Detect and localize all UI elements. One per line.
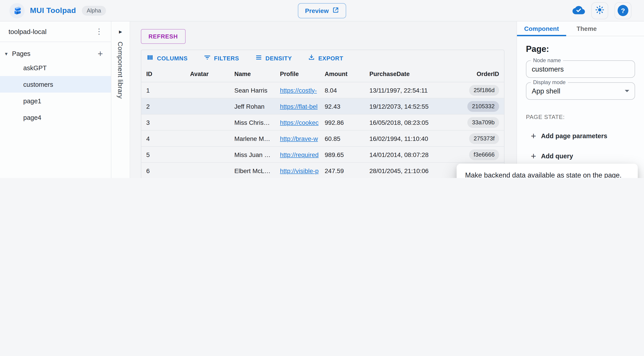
- cell-name: Sean Harris: [230, 86, 275, 94]
- export-icon: [308, 54, 315, 62]
- sidebar-item-askGPT[interactable]: askGPT: [0, 60, 111, 76]
- explorer-sidebar: toolpad-local ⋮ ▼ Pages + askGPTcustomer…: [0, 22, 111, 178]
- cell-name: Miss Juan …: [230, 151, 275, 158]
- add-page-parameters-button[interactable]: + Add page parameters: [526, 132, 607, 140]
- profile-link[interactable]: http://required: [280, 151, 319, 158]
- refresh-button[interactable]: REFRESH: [141, 29, 185, 44]
- table-row[interactable]: 4 Marlene M… http://brave-w 60.85 16/02/…: [141, 130, 504, 147]
- profile-link[interactable]: http://visible-p: [280, 167, 319, 174]
- cell-id: 4: [141, 135, 185, 142]
- popup-title: Make backend data available as state on …: [465, 171, 630, 178]
- cell-orderid: 25f186d: [462, 85, 504, 96]
- help-button[interactable]: ?: [614, 2, 632, 19]
- display-mode-field: Display mode App shell: [526, 82, 635, 100]
- col-header-name[interactable]: Name: [230, 71, 275, 77]
- plus-icon: +: [531, 132, 536, 140]
- collapse-arrow-icon: ▼: [4, 51, 8, 56]
- data-grid: COLUMNS FILTERS: [141, 50, 504, 178]
- preview-button[interactable]: Preview: [298, 3, 346, 18]
- component-library-label: Component library: [117, 42, 124, 98]
- cell-profile: https://cookec: [275, 119, 320, 126]
- sidebar-item-customers[interactable]: customers: [0, 76, 111, 92]
- cell-name: Elbert McL…: [230, 167, 275, 174]
- expand-panel-icon[interactable]: ▶: [116, 29, 125, 34]
- sidebar-item-page4[interactable]: page4: [0, 109, 111, 126]
- tab-theme[interactable]: Theme: [566, 22, 607, 36]
- alpha-badge: Alpha: [82, 6, 106, 16]
- grid-header-row: ID Avatar Name Profile Amount PurchaseDa…: [141, 66, 504, 82]
- preview-label: Preview: [305, 7, 329, 14]
- columns-button[interactable]: COLUMNS: [144, 52, 190, 64]
- table-row[interactable]: 2 Jeff Rohan https://flat-bel 92.43 19/1…: [141, 98, 504, 114]
- order-chip: 25f186d: [469, 85, 499, 96]
- cell-profile: https://costly-: [275, 86, 320, 94]
- cell-amount: 992.86: [320, 119, 364, 126]
- table-row[interactable]: 3 Miss Chris… https://cookec 992.86 16/0…: [141, 114, 504, 130]
- cell-date: 19/12/2073, 14:52:55: [364, 103, 462, 110]
- display-mode-value: App shell: [532, 87, 560, 95]
- cell-orderid: 275373f: [462, 133, 504, 144]
- cloud-done-icon: [572, 5, 585, 16]
- add-page-icon: +: [98, 49, 103, 58]
- cell-profile: http://required: [275, 151, 320, 158]
- col-header-id[interactable]: ID: [141, 71, 185, 77]
- cell-profile: http://visible-p: [275, 167, 320, 174]
- table-row[interactable]: 6 Elbert McL… http://visible-p 247.59 28…: [141, 163, 504, 178]
- topbar-actions: ?: [572, 2, 632, 19]
- col-header-purchasedate[interactable]: PurchaseDate: [364, 71, 462, 77]
- toolpad-editor: MUI Toolpad Alpha Preview: [0, 0, 644, 178]
- add-page-button[interactable]: +: [95, 49, 106, 58]
- add-query-button[interactable]: + Add query: [526, 152, 573, 160]
- profile-link[interactable]: http://brave-w: [280, 135, 318, 142]
- profile-link[interactable]: https://flat-bel: [280, 103, 318, 110]
- profile-link[interactable]: https://cookec: [280, 119, 319, 126]
- help-icon: ?: [618, 5, 628, 16]
- density-button[interactable]: DENSITY: [252, 52, 294, 64]
- sidebar-item-page1[interactable]: page1: [0, 92, 111, 109]
- columns-label: COLUMNS: [157, 55, 188, 62]
- grid-toolbar: COLUMNS FILTERS: [141, 50, 504, 66]
- order-chip: 275373f: [469, 133, 499, 144]
- grid-rows: 1 Sean Harris https://costly- 8.04 13/11…: [141, 82, 504, 178]
- cell-orderid: f3e6666: [462, 149, 504, 160]
- page-canvas: REFRESH COLUMNS: [130, 22, 516, 178]
- project-menu-button[interactable]: ⋮: [92, 27, 106, 36]
- filter-icon: [203, 54, 211, 62]
- cell-name: Marlene M…: [230, 135, 275, 142]
- filters-label: FILTERS: [214, 55, 239, 62]
- add-page-parameters-label: Add page parameters: [541, 132, 607, 140]
- order-chip: 2105332: [468, 101, 499, 112]
- cell-orderid: 33a709b: [462, 117, 504, 128]
- pages-collapse-button[interactable]: ▼: [4, 51, 12, 56]
- tab-component[interactable]: Component: [517, 22, 566, 36]
- cell-amount: 247.59: [320, 167, 364, 174]
- profile-link[interactable]: https://costly-: [280, 86, 317, 94]
- cell-profile: http://brave-w: [275, 135, 320, 142]
- project-name: toolpad-local: [8, 28, 46, 35]
- theme-toggle-button[interactable]: [591, 2, 608, 19]
- component-library-strip[interactable]: ▶ Component library: [111, 22, 130, 178]
- order-chip: 33a709b: [468, 117, 499, 128]
- col-header-amount[interactable]: Amount: [320, 71, 364, 77]
- cell-id: 6: [141, 167, 185, 174]
- columns-icon: [146, 54, 154, 62]
- app-title: MUI Toolpad: [30, 6, 76, 15]
- cell-name: Jeff Rohan: [230, 103, 275, 110]
- cell-amount: 8.04: [320, 86, 364, 94]
- cell-orderid: 2105332: [462, 101, 504, 112]
- export-label: EXPORT: [318, 55, 343, 62]
- cell-date: 16/02/1994, 11:10:40: [364, 135, 462, 142]
- export-button[interactable]: EXPORT: [305, 52, 346, 64]
- density-icon: [255, 54, 262, 62]
- col-header-avatar[interactable]: Avatar: [185, 71, 230, 77]
- plus-icon: +: [531, 152, 536, 160]
- col-header-profile[interactable]: Profile: [275, 71, 320, 77]
- filters-button[interactable]: FILTERS: [201, 52, 241, 64]
- col-header-orderid[interactable]: OrderID: [462, 71, 504, 77]
- inspector-tabs: Component Theme: [517, 22, 644, 36]
- pages-section-label: Pages: [12, 50, 30, 57]
- cell-date: 14/01/2014, 08:07:28: [364, 151, 462, 158]
- table-row[interactable]: 5 Miss Juan … http://required 989.65 14/…: [141, 147, 504, 163]
- cell-id: 1: [141, 86, 185, 94]
- table-row[interactable]: 1 Sean Harris https://costly- 8.04 13/11…: [141, 82, 504, 98]
